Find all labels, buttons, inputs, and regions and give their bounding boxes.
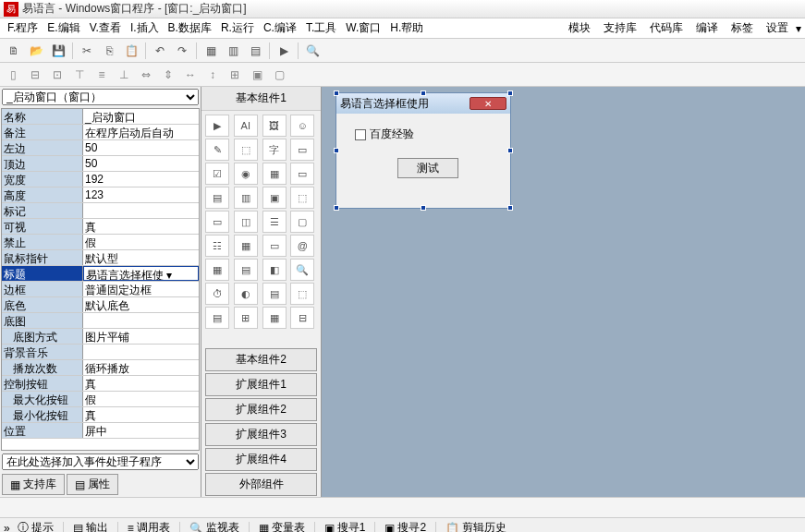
tab-output[interactable]: ▤输出 <box>67 518 114 532</box>
property-value[interactable]: 123 <box>83 187 199 202</box>
tab-watch[interactable]: 🔍监视表 <box>184 518 245 532</box>
align-bottom-icon[interactable]: ⊥ <box>115 66 133 84</box>
property-row[interactable]: 高度123 <box>2 187 199 203</box>
property-value[interactable]: 循环播放 <box>83 360 199 375</box>
redo-icon[interactable]: ↷ <box>172 41 192 61</box>
rmenu-compile[interactable]: 编译 <box>690 18 724 38</box>
same-height-icon[interactable]: ↕ <box>203 66 222 84</box>
component-item[interactable]: ▦ <box>234 235 258 257</box>
menu-view[interactable]: V.查看 <box>86 18 125 38</box>
tab-supportlib[interactable]: ▦支持库 <box>2 474 65 495</box>
component-item[interactable]: ▤ <box>205 307 229 329</box>
property-row[interactable]: 最大化按钮假 <box>2 392 199 407</box>
run-icon[interactable]: ▶ <box>274 41 294 61</box>
menu-tools[interactable]: T.工具 <box>302 18 340 38</box>
component-tab[interactable]: 基本组件2 <box>205 348 317 371</box>
property-value[interactable]: 真 <box>83 376 199 391</box>
tab-hint[interactable]: ⓘ提示 <box>12 518 59 532</box>
resize-handle[interactable] <box>334 148 339 153</box>
component-item[interactable]: ⏱ <box>205 283 229 305</box>
property-value[interactable] <box>83 313 199 328</box>
save-icon[interactable]: 💾 <box>48 41 68 61</box>
property-row[interactable]: 备注在程序启动后自动 <box>2 125 199 140</box>
back-icon[interactable]: ▢ <box>270 66 288 84</box>
component-item[interactable]: ▣ <box>262 187 287 209</box>
property-row[interactable]: 底色默认底色 <box>2 297 199 313</box>
component-item[interactable]: ☑ <box>205 163 229 185</box>
component-item[interactable]: ⊞ <box>234 307 258 329</box>
property-row[interactable]: 名称_启动窗口 <box>2 109 199 125</box>
rmenu-codelib[interactable]: 代码库 <box>644 18 689 38</box>
component-item[interactable]: ⊟ <box>290 307 314 329</box>
menu-database[interactable]: B.数据库 <box>165 18 215 38</box>
component-item[interactable]: ▶ <box>205 115 229 137</box>
align-right-icon[interactable]: ⊡ <box>48 66 67 84</box>
property-row[interactable]: 鼠标指针默认型 <box>2 250 199 266</box>
resize-handle[interactable] <box>507 91 513 96</box>
front-icon[interactable]: ▣ <box>248 66 266 84</box>
property-row[interactable]: 底图方式图片平铺 <box>2 329 199 345</box>
property-row[interactable]: 可视真 <box>2 219 199 235</box>
property-row[interactable]: 左边50 <box>2 140 199 156</box>
bottom-tabs-toggle[interactable]: » <box>4 522 10 533</box>
component-item[interactable]: ◧ <box>262 259 287 281</box>
dist-h-icon[interactable]: ⇔ <box>137 66 155 84</box>
event-selector[interactable]: 在此处选择加入事件处理子程序 <box>2 453 199 470</box>
property-row[interactable]: 最小化按钮真 <box>2 407 199 423</box>
layout1-icon[interactable]: ▦ <box>201 41 221 61</box>
component-item[interactable]: ▭ <box>262 235 287 257</box>
component-tab[interactable]: 扩展组件1 <box>205 373 317 396</box>
component-item[interactable]: ⬚ <box>290 187 314 209</box>
property-row[interactable]: 播放次数循环播放 <box>2 360 199 376</box>
find-icon[interactable]: 🔍 <box>302 41 323 61</box>
property-value[interactable]: 真 <box>83 407 199 422</box>
new-file-icon[interactable]: 🗎 <box>4 41 24 61</box>
rmenu-settings[interactable]: 设置 <box>761 18 794 38</box>
menu-help[interactable]: H.帮助 <box>386 18 427 38</box>
dist-v-icon[interactable]: ⇕ <box>159 66 177 84</box>
tab-properties[interactable]: ▤属性 <box>67 474 118 495</box>
component-item[interactable]: ▭ <box>290 139 314 161</box>
design-canvas[interactable]: 易语言选择框使用 ✕ 百度经验 测试 <box>322 87 805 497</box>
resize-handle[interactable] <box>507 205 513 211</box>
component-item[interactable]: ⬚ <box>290 283 314 305</box>
property-value[interactable]: 默认底色 <box>83 297 199 312</box>
component-item[interactable]: ▤ <box>234 259 258 281</box>
property-value[interactable]: 50 <box>83 156 199 171</box>
tab-search1[interactable]: ▣搜寻1 <box>319 518 372 532</box>
component-item[interactable]: ▭ <box>205 211 229 233</box>
resize-handle[interactable] <box>507 148 513 153</box>
same-width-icon[interactable]: ↔ <box>181 66 200 84</box>
menu-program[interactable]: F.程序 <box>4 18 42 38</box>
rmenu-module[interactable]: 模块 <box>563 18 596 38</box>
open-file-icon[interactable]: 📂 <box>26 41 46 61</box>
property-row[interactable]: 控制按钮真 <box>2 376 199 392</box>
design-form[interactable]: 易语言选择框使用 ✕ 百度经验 测试 <box>335 92 511 209</box>
property-row[interactable]: 宽度192 <box>2 172 199 187</box>
paste-icon[interactable]: 📋 <box>121 41 141 61</box>
cut-icon[interactable]: ✂ <box>77 41 97 61</box>
property-row[interactable]: 标题易语言选择框使 ▾ <box>2 266 199 282</box>
property-grid[interactable]: 名称_启动窗口备注在程序启动后自动左边50顶边50宽度192高度123标记可视真… <box>1 108 200 451</box>
component-tab[interactable]: 扩展组件3 <box>205 423 317 446</box>
property-row[interactable]: 顶边50 <box>2 156 199 172</box>
rmenu-support[interactable]: 支持库 <box>598 18 642 38</box>
resize-handle[interactable] <box>334 91 339 96</box>
menu-compile[interactable]: C.编译 <box>260 18 300 38</box>
component-tab[interactable]: 扩展组件2 <box>205 398 317 421</box>
resize-handle[interactable] <box>334 205 339 211</box>
tab-calltable[interactable]: ≡调用表 <box>122 518 176 532</box>
component-tab[interactable]: 扩展组件4 <box>205 448 317 471</box>
tab-search2[interactable]: ▣搜寻2 <box>379 518 432 532</box>
property-value[interactable]: 50 <box>83 140 199 155</box>
component-item[interactable]: ▤ <box>205 187 229 209</box>
close-icon[interactable]: ✕ <box>470 97 506 110</box>
menu-insert[interactable]: I.插入 <box>127 18 163 38</box>
menu-window[interactable]: W.窗口 <box>342 18 384 38</box>
component-item[interactable]: AI <box>234 115 258 137</box>
layout2-icon[interactable]: ▥ <box>223 41 243 61</box>
property-value[interactable]: _启动窗口 <box>83 109 199 124</box>
component-item[interactable]: ▢ <box>290 211 314 233</box>
resize-handle[interactable] <box>421 205 426 211</box>
undo-icon[interactable]: ↶ <box>150 41 170 61</box>
